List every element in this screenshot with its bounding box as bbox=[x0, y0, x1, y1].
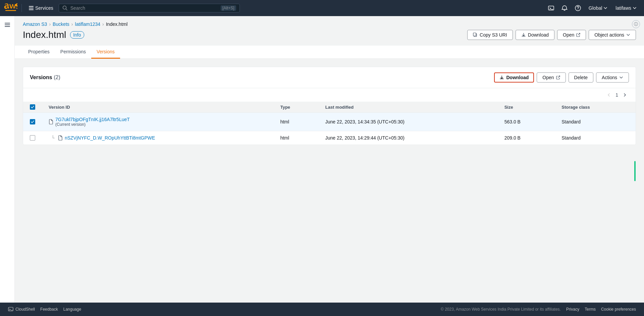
next-icon bbox=[622, 92, 628, 98]
tab-properties[interactable]: Properties bbox=[23, 46, 55, 59]
row-1-version-label: (Current version) bbox=[55, 122, 130, 127]
cloudshell-button[interactable] bbox=[545, 3, 557, 13]
search-input[interactable] bbox=[70, 5, 218, 11]
footer-left: CloudShell Feedback Language bbox=[8, 307, 81, 312]
size-header: Size bbox=[498, 102, 555, 113]
dropdown-chevron-icon bbox=[626, 33, 630, 37]
next-page-button[interactable] bbox=[621, 91, 629, 99]
info-link[interactable]: Info bbox=[70, 31, 84, 39]
cookie-preferences-link[interactable]: Cookie preferences bbox=[601, 307, 636, 312]
row-1-version-id[interactable]: 7G7ukl7bjpOFgTnIK.jj16A7ltr5LueT bbox=[55, 117, 130, 122]
row-1-storage-class: Standard bbox=[555, 113, 636, 131]
right-panel-area: ⓘ bbox=[632, 20, 640, 28]
copy-s3-uri-label: Copy S3 URI bbox=[480, 32, 507, 38]
row-2-id-cell: └ nSZVjNYFC_D.W_ROpUhYttBTi8mtGPWE bbox=[42, 131, 274, 145]
user-chevron-icon bbox=[633, 6, 637, 10]
sidebar-toggle-button[interactable] bbox=[1, 19, 13, 32]
feedback-link[interactable]: Feedback bbox=[40, 307, 58, 312]
version-id-header: Version ID bbox=[42, 102, 274, 113]
info-circle-button[interactable]: ⓘ bbox=[632, 20, 640, 28]
sub-indicator: └ bbox=[51, 135, 55, 141]
language-link[interactable]: Language bbox=[63, 307, 81, 312]
row-1-type: html bbox=[274, 113, 319, 131]
svg-rect-10 bbox=[5, 26, 10, 27]
footer: CloudShell Feedback Language © 2023, Ama… bbox=[0, 303, 644, 316]
chevron-down-icon bbox=[603, 6, 607, 10]
menu-icon bbox=[4, 21, 11, 28]
row-1-last-modified: June 22, 2023, 14:34:35 (UTC+05:30) bbox=[319, 113, 498, 131]
type-header: Type bbox=[274, 102, 319, 113]
cloudshell-label: CloudShell bbox=[15, 307, 35, 312]
services-menu-button[interactable]: Services bbox=[26, 4, 56, 12]
select-all-header bbox=[23, 102, 42, 113]
versions-download-icon bbox=[499, 75, 504, 80]
row-1-size: 563.0 B bbox=[498, 113, 555, 131]
file-icon-2 bbox=[58, 135, 63, 141]
row-1-checkbox-cell bbox=[23, 113, 42, 131]
table-header-row: Version ID Type Last modified Size Stora… bbox=[23, 102, 636, 113]
versions-open-button[interactable]: Open bbox=[537, 72, 566, 83]
top-navigation: Services [Alt+S] Global latifaws bbox=[0, 0, 644, 16]
select-all-checkbox[interactable] bbox=[30, 104, 35, 110]
header-download-label: Download bbox=[528, 32, 549, 38]
row-2-type: html bbox=[274, 131, 319, 145]
copy-s3-uri-button[interactable]: Copy S3 URI bbox=[467, 30, 513, 40]
breadcrumb-bucket-link[interactable]: latiflam1234 bbox=[75, 21, 101, 27]
svg-rect-3 bbox=[29, 9, 34, 10]
page-number: 1 bbox=[615, 92, 618, 98]
search-icon bbox=[62, 5, 68, 11]
tab-versions[interactable]: Versions bbox=[91, 46, 120, 59]
region-button[interactable]: Global bbox=[585, 3, 611, 13]
versions-panel-header: Versions (2) Download Open De bbox=[23, 67, 636, 88]
object-actions-button[interactable]: Object actions bbox=[589, 30, 636, 40]
svg-rect-8 bbox=[5, 23, 10, 23]
row-1-checkbox[interactable] bbox=[30, 119, 35, 124]
notifications-button[interactable] bbox=[558, 3, 571, 13]
row-2-last-modified: June 22, 2023, 14:29:44 (UTC+05:30) bbox=[319, 131, 498, 145]
header-download-button[interactable]: Download bbox=[516, 30, 554, 40]
svg-rect-2 bbox=[29, 8, 34, 8]
row-2-checkbox-cell bbox=[23, 131, 42, 145]
user-menu-button[interactable]: latifaws bbox=[612, 3, 640, 13]
versions-delete-label: Delete bbox=[574, 75, 588, 80]
footer-right: © 2023, Amazon Web Services India Privat… bbox=[441, 307, 636, 312]
table-body: 7G7ukl7bjpOFgTnIK.jj16A7ltr5LueT (Curren… bbox=[23, 113, 636, 145]
region-label: Global bbox=[589, 5, 602, 11]
svg-point-7 bbox=[578, 9, 578, 10]
row-2-version-id[interactable]: nSZVjNYFC_D.W_ROpUhYttBTi8mtGPWE bbox=[65, 135, 155, 141]
user-label: latifaws bbox=[615, 5, 631, 11]
breadcrumb-sep-2: › bbox=[71, 21, 73, 27]
copy-icon bbox=[473, 33, 478, 37]
versions-actions-label: Actions bbox=[602, 75, 617, 80]
versions-actions-button[interactable]: Actions bbox=[596, 72, 629, 83]
breadcrumb-s3-link[interactable]: Amazon S3 bbox=[23, 21, 47, 27]
search-bar[interactable]: [Alt+S] bbox=[59, 4, 240, 12]
breadcrumb: Amazon S3 › Buckets › latiflam1234 › Ind… bbox=[15, 16, 644, 27]
breadcrumb-current: Index.html bbox=[106, 21, 128, 27]
row-2-storage-class: Standard bbox=[555, 131, 636, 145]
main-content: Amazon S3 › Buckets › latiflam1234 › Ind… bbox=[15, 16, 644, 303]
privacy-link[interactable]: Privacy bbox=[566, 307, 579, 312]
cloudshell-footer-button[interactable]: CloudShell bbox=[8, 307, 35, 312]
row-1-file-id: 7G7ukl7bjpOFgTnIK.jj16A7ltr5LueT (Curren… bbox=[49, 117, 267, 127]
versions-delete-button[interactable]: Delete bbox=[569, 72, 593, 83]
tab-permissions[interactable]: Permissions bbox=[55, 46, 91, 59]
versions-actions: Download Open Delete Actions bbox=[494, 72, 629, 83]
last-modified-header: Last modified bbox=[319, 102, 498, 113]
header-open-button[interactable]: Open bbox=[557, 30, 586, 40]
row-2-checkbox[interactable] bbox=[30, 135, 35, 141]
header-actions: Copy S3 URI Download Open Object actions bbox=[467, 30, 636, 40]
table-row: 7G7ukl7bjpOFgTnIK.jj16A7ltr5LueT (Curren… bbox=[23, 113, 636, 131]
aws-logo[interactable] bbox=[4, 3, 17, 13]
prev-page-button[interactable] bbox=[605, 91, 613, 99]
download-icon bbox=[521, 33, 526, 37]
versions-count: (2) bbox=[54, 74, 60, 80]
versions-table: Version ID Type Last modified Size Stora… bbox=[23, 102, 636, 145]
actions-chevron-icon bbox=[619, 75, 623, 80]
versions-title: Versions (2) bbox=[30, 74, 60, 81]
terms-link[interactable]: Terms bbox=[585, 307, 596, 312]
versions-download-button[interactable]: Download bbox=[494, 72, 534, 83]
header-open-label: Open bbox=[563, 32, 574, 38]
breadcrumb-buckets-link[interactable]: Buckets bbox=[53, 21, 69, 27]
help-button[interactable] bbox=[572, 3, 584, 13]
